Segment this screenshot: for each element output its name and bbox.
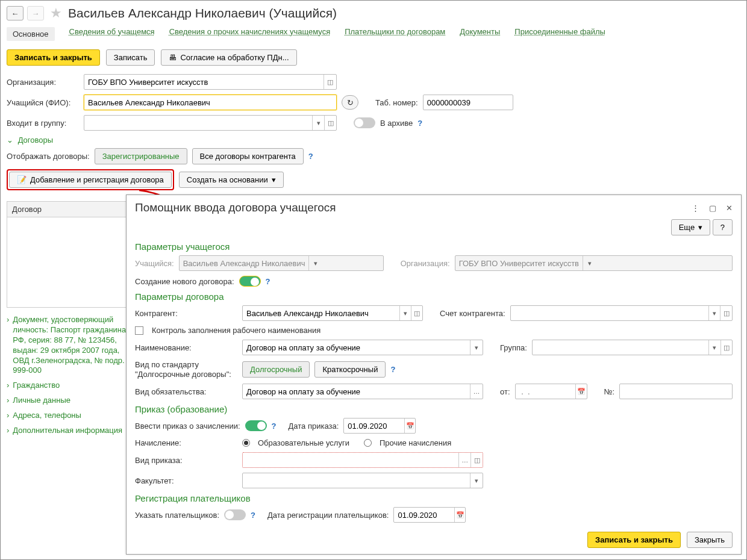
save-close-button[interactable]: Записать и закрыть <box>7 49 100 66</box>
page-title: Васильев Александр Николаевич (Учащийся) <box>68 6 337 20</box>
open-icon[interactable]: ◫ <box>470 453 483 467</box>
obligation-label: Вид обязательства: <box>135 387 237 396</box>
wiz-close-button[interactable]: Закрыть <box>687 532 733 548</box>
help-icon[interactable]: ? <box>272 422 277 431</box>
enroll-toggle[interactable] <box>245 420 267 431</box>
org-label: Организация: <box>7 78 79 87</box>
history-icon[interactable]: ↻ <box>342 95 358 110</box>
dropdown-icon[interactable]: ▾ <box>708 306 720 320</box>
chevron-down-icon[interactable]: ⌄ <box>7 135 13 145</box>
group-input[interactable]: ▾ ◫ <box>84 115 337 131</box>
help-icon[interactable]: ? <box>251 511 255 520</box>
org-input[interactable]: ◫ <box>84 74 337 90</box>
section-student-params: Параметры учащегося <box>135 241 733 252</box>
ellipsis-icon[interactable]: … <box>458 453 470 467</box>
chevron-right-icon: › <box>7 381 9 391</box>
more-button[interactable]: Еще ▾ <box>671 219 710 235</box>
menu-icon[interactable]: ⋮ <box>692 204 699 213</box>
side-addresses[interactable]: ›Адреса, телефоны <box>7 411 130 421</box>
help-icon[interactable]: ? <box>390 365 395 374</box>
dropdown-icon[interactable]: ▾ <box>470 473 483 488</box>
open-icon[interactable]: ◫ <box>720 306 732 320</box>
help-icon[interactable]: ? <box>417 119 422 128</box>
tab-other-charges[interactable]: Сведения о прочих начислениях учащемуся <box>169 27 331 41</box>
registered-button[interactable]: Зарегистрированные <box>95 148 187 164</box>
help-icon[interactable]: ? <box>266 277 270 286</box>
close-icon[interactable]: ✕ <box>726 204 733 213</box>
order-type-input[interactable]: … ◫ <box>242 452 483 468</box>
table-column-contract: Договор <box>7 201 130 217</box>
from-label: от: <box>500 387 510 396</box>
radio-edu-label: Образовательные услуги <box>258 438 349 447</box>
side-additional[interactable]: ›Дополнительная информация <box>7 426 130 436</box>
tab-main[interactable]: Основное <box>7 27 55 41</box>
group2-input[interactable]: ▾ ◫ <box>532 340 733 355</box>
open-icon[interactable]: ◫ <box>720 340 732 355</box>
student-input[interactable] <box>84 95 337 110</box>
section-order: Приказ (образование) <box>135 404 733 414</box>
display-contracts-label: Отображать договоры: <box>7 152 90 161</box>
dropdown-icon[interactable]: ▾ <box>399 306 411 320</box>
counterparty-input[interactable]: ▾ ◫ <box>242 305 423 321</box>
contracts-header[interactable]: Договоры <box>18 135 53 145</box>
dropdown-icon[interactable]: ▾ <box>312 116 324 130</box>
save-button[interactable]: Записать <box>106 49 155 66</box>
consent-button[interactable]: 🖶Согласие на обработку ПДн... <box>161 49 296 66</box>
open-icon[interactable]: ◫ <box>324 116 336 130</box>
order-date-input[interactable]: 📅 <box>343 418 416 434</box>
help-icon[interactable]: ? <box>308 152 313 161</box>
tab-documents[interactable]: Документы <box>460 27 500 41</box>
favorite-star-icon[interactable]: ★ <box>50 5 62 21</box>
dropdown-icon: ▾ <box>308 256 322 270</box>
specify-toggle[interactable] <box>224 509 246 520</box>
tabnum-input[interactable] <box>423 95 513 110</box>
maximize-icon[interactable]: ▢ <box>709 204 716 213</box>
side-personal[interactable]: ›Личные данные <box>7 396 130 406</box>
from-date-input[interactable]: 📅 <box>515 384 587 399</box>
chevron-down-icon: ▾ <box>272 175 276 184</box>
control-checkbox[interactable] <box>135 326 143 335</box>
archive-toggle[interactable] <box>354 117 375 128</box>
document-icon: 📝 <box>17 175 27 184</box>
calendar-icon[interactable]: 📅 <box>454 508 465 522</box>
calendar-icon[interactable]: 📅 <box>404 418 415 433</box>
create-based-button[interactable]: Создать на основании ▾ <box>179 172 284 188</box>
faculty-label: Факультет: <box>135 476 237 485</box>
name-input[interactable]: ▾ <box>242 340 483 355</box>
chevron-right-icon: › <box>7 396 9 406</box>
wiz-save-close-button[interactable]: Записать и закрыть <box>587 532 681 548</box>
longterm-button[interactable]: Долгосрочный <box>242 361 310 378</box>
calendar-icon[interactable]: 📅 <box>575 384 586 399</box>
group-label: Входит в группу: <box>7 119 79 128</box>
radio-other[interactable] <box>364 439 372 447</box>
account-label: Счет контрагента: <box>440 309 505 318</box>
name-label: Наименование: <box>135 343 237 352</box>
help-button[interactable]: ? <box>713 219 733 235</box>
wiz-org-label: Организация: <box>401 259 450 268</box>
nav-forward-button[interactable]: → <box>27 6 44 20</box>
account-input[interactable]: ▾ ◫ <box>510 305 733 321</box>
tab-files[interactable]: Присоединенные файлы <box>514 27 605 41</box>
new-contract-toggle[interactable] <box>239 276 261 287</box>
faculty-input[interactable]: ▾ <box>242 473 483 488</box>
contracts-table[interactable] <box>7 217 130 308</box>
obligation-input[interactable]: … <box>242 384 483 399</box>
all-contracts-button[interactable]: Все договоры контрагента <box>192 148 304 164</box>
reg-date-input[interactable]: 📅 <box>393 507 466 523</box>
nav-back-button[interactable]: ← <box>7 6 23 20</box>
shortterm-button[interactable]: Краткосрочный <box>314 361 386 378</box>
dropdown-icon[interactable]: ▾ <box>470 340 483 355</box>
add-register-button[interactable]: 📝Добавление и регистрация договора <box>9 172 172 188</box>
tab-payers[interactable]: Плательщики по договорам <box>345 27 445 41</box>
dropdown-icon[interactable]: ▾ <box>708 340 720 355</box>
side-citizenship[interactable]: ›Гражданство <box>7 381 130 391</box>
open-icon[interactable]: ◫ <box>323 75 336 89</box>
chevron-down-icon: ▾ <box>698 223 702 232</box>
ellipsis-icon[interactable]: … <box>470 384 483 399</box>
side-identity[interactable]: ›Документ, удостоверяющий личность: Пасп… <box>7 315 130 376</box>
num-input[interactable] <box>619 384 733 399</box>
tab-student-info[interactable]: Сведения об учащемся <box>69 27 155 41</box>
open-icon[interactable]: ◫ <box>411 306 422 320</box>
printer-icon: 🖶 <box>169 53 177 62</box>
radio-edu[interactable] <box>242 439 250 447</box>
